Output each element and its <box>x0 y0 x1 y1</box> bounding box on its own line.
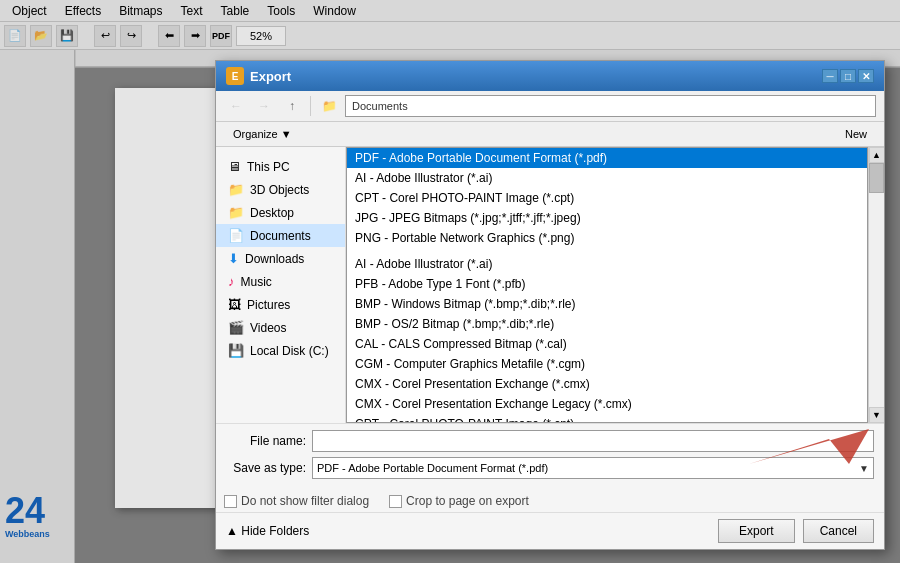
sidebar-item-downloads[interactable]: Downloads <box>216 247 345 270</box>
minimize-button[interactable]: ─ <box>822 69 838 83</box>
dialog-form: File name: Save as type: PDF - Adobe Por… <box>216 423 884 490</box>
format-item[interactable]: CAL - CALS Compressed Bitmap (*.cal) <box>347 334 867 354</box>
forward-button[interactable]: → <box>252 95 276 117</box>
action-buttons: Export Cancel <box>718 519 874 543</box>
address-box[interactable]: Documents <box>345 95 876 117</box>
new-folder-button[interactable]: New <box>836 125 876 143</box>
format-item[interactable]: BMP - OS/2 Bitmap (*.bmp;*.dib;*.rle) <box>347 314 867 334</box>
crop-checkbox[interactable] <box>389 495 402 508</box>
sidebar-item-documents[interactable]: Documents <box>216 224 345 247</box>
dialog-icon: E <box>226 67 244 85</box>
sidebar-item-desktop[interactable]: Desktop <box>216 201 345 224</box>
export-button[interactable]: Export <box>718 519 795 543</box>
sidebar-label-local-disk: Local Disk (C:) <box>250 344 329 358</box>
format-item[interactable]: CGM - Computer Graphics Metafile (*.cgm) <box>347 354 867 374</box>
crop-checkbox-label[interactable]: Crop to page on export <box>389 494 529 508</box>
no-filter-checkbox-label[interactable]: Do not show filter dialog <box>224 494 369 508</box>
filename-label: File name: <box>226 434 306 448</box>
format-item[interactable]: BMP - Windows Bitmap (*.bmp;*.dib;*.rle) <box>347 294 867 314</box>
folder-icon-music <box>228 274 235 289</box>
folder-icon-desktop <box>228 205 244 220</box>
title-left: E Export <box>226 67 291 85</box>
sidebar-label-videos: Videos <box>250 321 286 335</box>
dropdown-arrow-icon: ▼ <box>859 463 869 474</box>
sidebar-label-this-pc: This PC <box>247 160 290 174</box>
format-item[interactable]: PFB - Adobe Type 1 Font (*.pfb) <box>347 274 867 294</box>
folder-nav-button[interactable]: 📁 <box>317 95 341 117</box>
saveas-value: PDF - Adobe Portable Document Format (*.… <box>317 462 869 474</box>
scroll-track <box>869 163 884 407</box>
pc-icon <box>228 159 241 174</box>
sidebar-item-videos[interactable]: Videos <box>216 316 345 339</box>
dialog-title: Export <box>250 69 291 84</box>
dialog-buttons: ▲ Hide Folders Export Cancel <box>216 512 884 549</box>
saveas-dropdown[interactable]: PDF - Adobe Portable Document Format (*.… <box>312 457 874 479</box>
crop-label: Crop to page on export <box>406 494 529 508</box>
organize-button[interactable]: Organize ▼ <box>224 125 301 143</box>
format-item[interactable]: PDF - Adobe Portable Document Format (*.… <box>347 148 867 168</box>
format-list-area: PDF - Adobe Portable Document Format (*.… <box>346 147 884 423</box>
dialog-titlebar: E Export ─ □ ✕ <box>216 61 884 91</box>
sidebar-item-this-pc[interactable]: This PC <box>216 155 345 178</box>
title-buttons: ─ □ ✕ <box>822 69 874 83</box>
dialog-overlay: E Export ─ □ ✕ ← → ↑ 📁 Documents Organiz… <box>0 0 900 563</box>
folder-icon-documents <box>228 228 244 243</box>
file-sidebar: This PC 3D Objects Desktop Documents Dow… <box>216 147 346 423</box>
saveas-label: Save as type: <box>226 461 306 475</box>
toolbar2: Organize ▼ New <box>216 122 884 147</box>
sidebar-item-local-disk[interactable]: Local Disk (C:) <box>216 339 345 362</box>
hdd-icon <box>228 343 244 358</box>
scroll-thumb[interactable] <box>869 163 884 193</box>
sidebar-label-desktop: Desktop <box>250 206 294 220</box>
sidebar-label-pictures: Pictures <box>247 298 290 312</box>
nav-separator <box>310 96 311 116</box>
no-filter-checkbox[interactable] <box>224 495 237 508</box>
format-item[interactable]: JPG - JPEG Bitmaps (*.jpg;*.jtff;*.jff;*… <box>347 208 867 228</box>
format-item[interactable]: PNG - Portable Network Graphics (*.png) <box>347 228 867 248</box>
sidebar-label-downloads: Downloads <box>245 252 304 266</box>
format-item[interactable]: AI - Adobe Illustrator (*.ai) <box>347 168 867 188</box>
format-dropdown[interactable]: PDF - Adobe Portable Document Format (*.… <box>346 147 868 423</box>
export-dialog: E Export ─ □ ✕ ← → ↑ 📁 Documents Organiz… <box>215 60 885 550</box>
hide-folders-button[interactable]: ▲ Hide Folders <box>226 524 309 538</box>
checkbox-row: Do not show filter dialog Crop to page o… <box>216 490 884 512</box>
filename-row: File name: <box>226 430 874 452</box>
folder-icon-pictures <box>228 297 241 312</box>
sidebar-label-documents: Documents <box>250 229 311 243</box>
format-scrollbar[interactable]: ▲ ▼ <box>868 147 884 423</box>
format-item[interactable]: CMX - Corel Presentation Exchange (*.cmx… <box>347 374 867 394</box>
maximize-button[interactable]: □ <box>840 69 856 83</box>
sidebar-label-3d-objects: 3D Objects <box>250 183 309 197</box>
sidebar-label-music: Music <box>241 275 272 289</box>
up-button[interactable]: ↑ <box>280 95 304 117</box>
format-item[interactable]: CMX - Corel Presentation Exchange Legacy… <box>347 394 867 414</box>
folder-icon-3d <box>228 182 244 197</box>
dialog-icon-text: E <box>232 71 239 82</box>
scroll-down-button[interactable]: ▼ <box>869 407 885 423</box>
format-item[interactable]: AI - Adobe Illustrator (*.ai) <box>347 254 867 274</box>
sidebar-item-music[interactable]: Music <box>216 270 345 293</box>
filename-input[interactable] <box>312 430 874 452</box>
no-filter-label: Do not show filter dialog <box>241 494 369 508</box>
format-item[interactable]: CPT - Corel PHOTO-PAINT Image (*.cpt) <box>347 188 867 208</box>
format-item[interactable]: CPT - Corel PHOTO-PAINT Image (*.cpt) <box>347 414 867 423</box>
back-button[interactable]: ← <box>224 95 248 117</box>
scroll-up-button[interactable]: ▲ <box>869 147 885 163</box>
sidebar-item-3d-objects[interactable]: 3D Objects <box>216 178 345 201</box>
close-button[interactable]: ✕ <box>858 69 874 83</box>
folder-icon-videos <box>228 320 244 335</box>
folder-icon-downloads <box>228 251 239 266</box>
address-text: Documents <box>352 100 408 112</box>
sidebar-item-pictures[interactable]: Pictures <box>216 293 345 316</box>
saveas-row: Save as type: PDF - Adobe Portable Docum… <box>226 457 874 479</box>
dialog-content: This PC 3D Objects Desktop Documents Dow… <box>216 147 884 423</box>
nav-bar: ← → ↑ 📁 Documents <box>216 91 884 122</box>
cancel-button[interactable]: Cancel <box>803 519 874 543</box>
